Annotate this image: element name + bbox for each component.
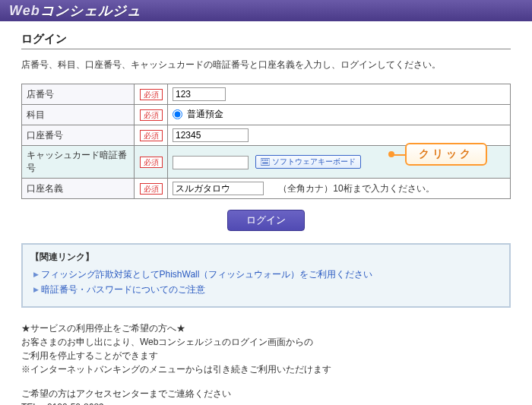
notice-line: TEL：0120-50-8689 xyxy=(21,400,511,405)
row-type: 科目 必須 普通預金 xyxy=(22,105,511,125)
list-item: フィッシング詐欺対策としてPhishWall（フィッシュウォール）をご利用くださ… xyxy=(33,268,502,281)
account-input[interactable] xyxy=(173,128,249,142)
svg-rect-1 xyxy=(262,160,264,161)
row-name: 口座名義 必須 （全角カナ）10桁まで入力ください。 xyxy=(22,179,511,199)
click-callout: クリック xyxy=(405,143,487,166)
link-phishwall[interactable]: フィッシング詐欺対策としてPhishWall（フィッシュウォール）をご利用くださ… xyxy=(41,269,373,280)
related-links-title: 【関連リンク】 xyxy=(30,251,502,264)
login-button[interactable]: ログイン xyxy=(227,210,305,231)
svg-rect-0 xyxy=(261,158,270,165)
svg-rect-4 xyxy=(268,160,269,161)
svg-rect-2 xyxy=(264,160,265,161)
notice-line: ※インターネットバンキングのメニューからは引き続きご利用いただけます xyxy=(21,362,511,376)
row-branch: 店番号 必須 xyxy=(22,84,511,105)
row-pin: キャッシュカード暗証番号 必須 ソフトウェアキーボード クリック xyxy=(22,146,511,179)
label-pin: キャッシュカード暗証番号 xyxy=(22,146,135,179)
related-links-box: 【関連リンク】 フィッシング詐欺対策としてPhishWall（フィッシュウォール… xyxy=(21,243,511,308)
branch-input[interactable] xyxy=(173,87,226,101)
header-bar: Webコンシェルジュ xyxy=(0,0,532,21)
notice-line: ご希望の方はアクセスセンターまでご連絡ください xyxy=(21,387,511,400)
app-title: Webコンシェルジュ xyxy=(9,2,141,20)
keyboard-icon xyxy=(261,158,270,166)
list-item: 暗証番号・パスワードについてのご注意 xyxy=(33,283,502,296)
required-tag: 必須 xyxy=(140,183,163,195)
page-title: ログイン xyxy=(21,32,511,49)
account-type-label: 普通預金 xyxy=(187,108,223,121)
service-notice: ★サービスの利用停止をご希望の方へ★ お客さまのお申し出により、Webコンシェル… xyxy=(21,321,511,405)
label-type: 科目 xyxy=(22,105,135,125)
notice-line: お客さまのお申し出により、Webコンシェルジュのログイン画面からの xyxy=(21,335,511,349)
software-keyboard-label: ソフトウェアキーボード xyxy=(272,157,356,167)
intro-text: 店番号、科目、口座番号、キャッシュカードの暗証番号と口座名義を入力し、ログインし… xyxy=(21,59,511,71)
svg-rect-3 xyxy=(265,160,267,161)
software-keyboard-button[interactable]: ソフトウェアキーボード xyxy=(255,155,361,169)
account-type-radio-wrap[interactable]: 普通預金 xyxy=(173,108,223,121)
label-branch: 店番号 xyxy=(22,84,135,105)
notice-line: ★サービスの利用停止をご希望の方へ★ xyxy=(21,321,511,335)
required-tag: 必須 xyxy=(140,109,163,121)
name-input[interactable] xyxy=(173,182,264,195)
link-password-notice[interactable]: 暗証番号・パスワードについてのご注意 xyxy=(41,284,205,295)
notice-line: ご利用を停止することができます xyxy=(21,349,511,362)
label-name: 口座名義 xyxy=(22,179,135,199)
required-tag: 必須 xyxy=(140,130,163,141)
label-account: 口座番号 xyxy=(22,125,135,146)
pin-input[interactable] xyxy=(173,156,249,169)
name-hint: （全角カナ）10桁まで入力ください。 xyxy=(278,183,434,194)
account-type-radio[interactable] xyxy=(173,109,182,119)
required-tag: 必須 xyxy=(140,89,163,100)
svg-rect-5 xyxy=(263,162,269,163)
login-form-table: 店番号 必須 科目 必須 普通預金 口座番号 必須 キャッシュカード暗証番号 必… xyxy=(21,84,511,199)
required-tag: 必須 xyxy=(140,157,163,168)
